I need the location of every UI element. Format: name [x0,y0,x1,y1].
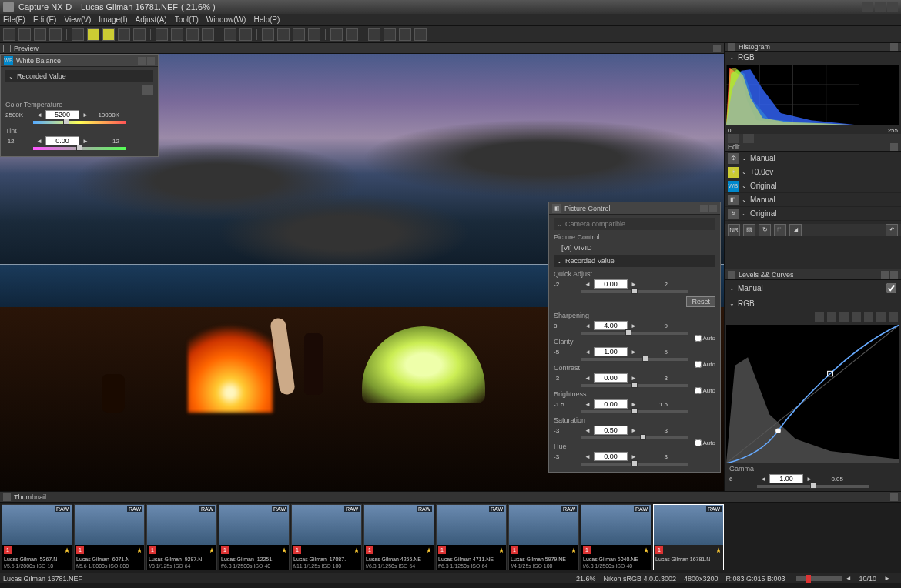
preview-collapse-icon[interactable] [713,45,721,52]
undo-icon[interactable]: ↶ [886,224,898,236]
gamma-slider[interactable]: Gamma 6◄1.00►0.05 [725,465,901,488]
menu-adjust[interactable]: Adjust(A) [136,15,167,24]
thumbnail-item[interactable]: RAW1★Lucas Gilman_6071.Nf/5.6 1/8000s IS… [74,504,145,570]
wb-close-icon[interactable] [147,57,155,65]
white-point-icon[interactable] [308,28,320,41]
curves-auto-icon[interactable] [889,312,898,322]
dropper-black-icon[interactable] [827,312,836,322]
folder-icon[interactable] [49,28,62,41]
curves-reset-icon[interactable] [876,312,886,322]
tool-b-icon[interactable]: ↻ [759,224,771,236]
edit-row[interactable]: WB⌄Original [725,179,901,193]
gray-point-icon[interactable] [293,28,305,41]
rotate-cw-icon[interactable] [239,28,252,41]
tool-zoom-icon[interactable] [156,28,168,41]
curves-close-icon[interactable] [890,271,898,279]
crop-icon[interactable] [262,28,274,41]
print-icon[interactable] [3,28,15,41]
thumbnail-item[interactable]: RAW1★Lucas Gilman_17087.f/11 1/125s ISO … [291,504,362,570]
hist-channel-dropdown[interactable]: ⌄RGB [726,53,899,62]
edit-row[interactable]: ⚙⌄Manual [725,152,901,165]
clarity-auto[interactable]: Auto [695,361,715,368]
close-button[interactable] [887,2,898,12]
dropper-gray-icon[interactable] [839,312,849,322]
saturation-slider[interactable]: Saturation -3◄0.50►3 Auto [554,416,715,439]
edit-row[interactable]: ◧⌄Manual [725,193,901,207]
thumb-collapse-icon[interactable] [890,493,898,501]
straighten-icon[interactable] [277,28,290,41]
pc-close-icon[interactable] [709,205,717,212]
saturation-auto[interactable]: Auto [695,439,715,446]
curves-pin-icon[interactable] [881,271,889,279]
menu-window[interactable]: Window(W) [206,15,246,24]
tool-d-icon[interactable]: ◢ [789,224,802,236]
edit-collapse-icon[interactable] [890,143,898,151]
nr-icon[interactable]: NR [728,224,740,236]
menu-file[interactable]: File(F) [3,15,25,24]
rotate-ccw-icon[interactable] [224,28,236,41]
zoom-left-icon[interactable]: ◄ [846,575,852,582]
contrast-slider[interactable]: Contrast -3◄0.00►3 Auto [554,364,715,387]
thumbnail-item[interactable]: RAW1★Lucas Gilman 16781.N [653,504,724,570]
menu-tool[interactable]: Tool(T) [175,15,199,24]
curves-canvas[interactable] [726,325,899,463]
clarity-slider[interactable]: Clarity -5◄1.00►5 Auto [554,338,715,361]
edit-row[interactable]: ☀⌄+0.0ev [725,165,901,179]
menu-edit[interactable]: Edit(E) [33,15,57,24]
tool-a-icon[interactable]: ▨ [743,224,755,236]
thumbnail-item[interactable]: RAW1★Lucas Gilman 4711.NEf/6.3 1/1250s I… [436,504,507,570]
tint-slider[interactable]: Tint -12 ◄ 0.00 ► 12 [5,127,153,150]
curves-contrast-icon[interactable] [815,312,824,322]
tint-value[interactable]: 0.00 [45,136,79,145]
menu-view[interactable]: View(V) [64,15,91,24]
maximize-button[interactable] [875,2,886,12]
back-icon[interactable] [18,28,31,41]
sharpening-slider[interactable]: Sharpening 0◄4.00►9 Auto [554,312,715,335]
pc-pin-icon[interactable] [700,205,708,212]
layout-1-icon[interactable] [72,28,84,41]
quick-adjust-slider[interactable]: Quick Adjust -2◄0.00►2 [554,270,715,293]
ct-value[interactable]: 5200 [45,110,79,119]
contrast-auto[interactable]: Auto [695,387,715,394]
tab-adjust-icon[interactable] [728,134,739,143]
curves-target-icon[interactable] [864,312,873,322]
reset-button[interactable]: Reset [686,296,715,307]
dropper-white-icon[interactable] [852,312,861,322]
curves-enable-checkbox[interactable] [886,283,896,293]
thumbnail-item[interactable]: RAW1★Lucas Gilman_5367.Nf/5.6 1/2000s IS… [2,504,72,570]
sort-icon[interactable] [414,28,427,41]
filter-icon[interactable] [399,28,411,41]
arrow-left-icon[interactable]: ◄ [36,112,42,119]
screen-icon[interactable] [346,28,358,41]
curves-mode-dropdown[interactable]: ⌄Manual [726,282,899,294]
layout-4-icon[interactable] [118,28,130,41]
tool-c-icon[interactable]: ⬚ [774,224,786,236]
label-icon[interactable] [384,28,396,41]
wb-pin-icon[interactable] [138,57,146,65]
tool-fit-icon[interactable] [186,28,199,41]
zoom-right-icon[interactable]: ► [884,575,890,582]
color-temp-slider[interactable]: Color Temperature 2500K ◄ 5200 ► 10000K [5,101,153,124]
curves-channel-dropdown[interactable]: ⌄RGB [726,297,899,309]
thumbnail-item[interactable]: RAW1★Lucas Gilman_9297.Nf/8 1/125s ISO 6… [146,504,217,570]
hue-slider[interactable]: Hue -3◄0.00►3 [554,443,715,466]
thumbnail-item[interactable]: RAW1★Lucas Gilman 6040.NEf/6.3 1/2500s I… [581,504,651,570]
convert-icon[interactable] [330,28,343,41]
tool-100-icon[interactable] [202,28,214,41]
minimize-button[interactable] [862,2,873,12]
arrow-right-icon[interactable]: ► [82,138,89,145]
sharpening-auto[interactable]: Auto [695,335,715,342]
arrow-left-icon[interactable]: ◄ [36,138,42,145]
thumbnail-item[interactable]: RAW1★Lucas Gilman_12251.f/6.3 1/2500s IS… [219,504,290,570]
arrow-right-icon[interactable]: ► [82,112,89,119]
eyedropper-icon[interactable] [142,85,153,95]
hist-collapse-icon[interactable] [890,43,898,51]
pc-compat-dropdown[interactable]: ⌄Camera compatible [554,218,715,230]
thumbnail-item[interactable]: RAW1★Lucas Gilman 4255.NEf/6.3 1/1250s I… [363,504,434,570]
pc-recorded-dropdown[interactable]: ⌄Recorded Value [554,255,715,267]
layout-3-icon[interactable] [102,28,115,41]
forward-icon[interactable] [34,28,46,41]
tool-hand-icon[interactable] [171,28,183,41]
zoom-slider[interactable] [796,576,842,581]
menu-image[interactable]: Image(I) [99,15,127,24]
